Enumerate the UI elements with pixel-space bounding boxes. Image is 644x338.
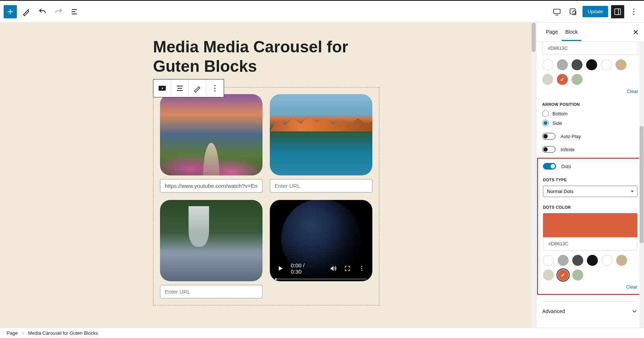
color-swatch[interactable] <box>616 255 627 266</box>
more-options-button[interactable] <box>627 5 640 18</box>
volume-icon[interactable] <box>329 264 337 272</box>
svg-rect-0 <box>554 9 560 14</box>
breadcrumb-item[interactable]: Media Carousel for Guten Blocks <box>28 330 98 336</box>
arrow-color-swatches <box>542 59 638 85</box>
dots-type-label: DOTS TYPE <box>543 178 637 182</box>
block-toolbar <box>153 79 224 97</box>
dots-toggle[interactable]: Dots <box>543 163 637 170</box>
video-progress[interactable] <box>275 278 367 280</box>
canvas-scrollbar[interactable] <box>531 23 536 328</box>
svg-point-10 <box>361 266 362 267</box>
color-swatch[interactable] <box>572 255 583 266</box>
dots-type-select[interactable]: Normal Dots <box>543 186 637 197</box>
document-overview-button[interactable] <box>68 5 81 18</box>
media-thumbnail[interactable] <box>160 200 263 281</box>
color-swatch[interactable] <box>572 74 582 85</box>
arrow-position-bottom-radio[interactable]: Bottom <box>542 110 638 117</box>
undo-button[interactable] <box>36 5 49 18</box>
svg-rect-1 <box>570 9 575 14</box>
color-swatch[interactable] <box>586 59 597 70</box>
editor-canvas: Media Media Carousel for Guten Blocks <box>0 23 536 328</box>
media-thumbnail[interactable] <box>270 94 372 175</box>
dots-color-hex-input[interactable] <box>543 237 637 250</box>
dots-settings-highlight: Dots DOTS TYPE Normal Dots DOTS COLOR <box>537 158 643 295</box>
media-url-input[interactable] <box>270 179 372 193</box>
color-swatch[interactable] <box>602 255 613 266</box>
tab-block[interactable]: Block <box>562 23 581 41</box>
play-icon[interactable] <box>276 264 284 272</box>
breadcrumb: Page › Media Carousel for Guten Blocks <box>0 328 644 338</box>
color-swatch[interactable] <box>572 270 583 281</box>
align-button[interactable] <box>171 79 189 97</box>
preview-button[interactable] <box>566 5 580 18</box>
color-swatch[interactable] <box>542 59 553 70</box>
video-time: 0:00 / 0:30 <box>291 262 316 275</box>
settings-sidebar: Page Block ✕ Clear ARROW PO <box>536 23 644 328</box>
clear-arrow-color-link[interactable]: Clear <box>542 89 638 94</box>
view-button[interactable] <box>550 5 563 18</box>
media-carousel-block[interactable]: 0:00 / 0:30 <box>153 87 379 305</box>
fullscreen-icon[interactable] <box>343 264 351 272</box>
media-url-input[interactable] <box>160 179 263 193</box>
svg-rect-2 <box>615 9 621 15</box>
svg-point-5 <box>633 14 634 15</box>
dots-color-label: DOTS COLOR <box>543 205 637 209</box>
media-url-input[interactable] <box>160 285 263 298</box>
arrow-position-side-radio[interactable]: Side <box>542 120 638 126</box>
svg-point-7 <box>214 85 215 86</box>
svg-point-4 <box>633 11 634 12</box>
color-swatch[interactable] <box>601 59 612 70</box>
media-item <box>270 94 372 193</box>
color-swatch[interactable] <box>557 74 568 85</box>
clear-dots-color-link[interactable]: Clear <box>543 284 637 290</box>
page-title[interactable]: Media Media Carousel for Guten Blocks <box>153 37 351 76</box>
color-swatch[interactable] <box>543 255 554 266</box>
dots-color-swatches <box>543 255 637 281</box>
dots-color-preview[interactable] <box>543 213 637 237</box>
block-more-button[interactable] <box>206 79 224 97</box>
svg-point-8 <box>214 88 215 89</box>
advanced-panel-toggle[interactable]: Advanced <box>542 301 638 321</box>
breadcrumb-separator-icon: › <box>22 330 23 336</box>
video-more-icon[interactable] <box>358 264 366 272</box>
color-swatch[interactable] <box>587 255 598 266</box>
media-item: 0:00 / 0:30 <box>270 200 372 298</box>
chevron-down-icon <box>631 308 638 315</box>
autoplay-toggle[interactable]: Auto Play <box>542 133 638 140</box>
close-sidebar-button[interactable]: ✕ <box>633 28 639 37</box>
edit-button[interactable] <box>189 79 206 97</box>
color-swatch[interactable] <box>542 74 553 85</box>
update-button[interactable]: Update <box>582 6 608 17</box>
tab-page[interactable]: Page <box>542 23 562 41</box>
color-swatch[interactable] <box>558 270 569 281</box>
svg-point-11 <box>361 268 362 269</box>
settings-toggle-button[interactable] <box>611 5 624 18</box>
tools-button[interactable] <box>20 5 33 18</box>
media-video-thumbnail[interactable]: 0:00 / 0:30 <box>270 200 372 281</box>
redo-button[interactable] <box>52 5 65 18</box>
arrow-color-hex-input[interactable] <box>542 42 638 55</box>
media-item <box>160 200 263 298</box>
infinite-toggle[interactable]: Infinite <box>542 146 638 153</box>
color-swatch[interactable] <box>615 59 626 70</box>
add-block-button[interactable] <box>4 5 17 18</box>
svg-point-9 <box>214 90 215 91</box>
breadcrumb-item[interactable]: Page <box>7 330 18 336</box>
svg-point-12 <box>361 270 362 271</box>
color-swatch[interactable] <box>543 270 554 281</box>
color-swatch[interactable] <box>557 59 568 70</box>
svg-point-3 <box>633 8 634 10</box>
media-thumbnail[interactable] <box>160 94 263 175</box>
media-item <box>160 94 263 193</box>
color-swatch[interactable] <box>558 255 569 266</box>
color-swatch[interactable] <box>572 59 582 70</box>
top-toolbar: Update <box>0 1 644 23</box>
block-type-button[interactable] <box>153 79 171 97</box>
arrow-position-label: ARROW POSITION <box>542 102 638 107</box>
sidebar-scrollbar[interactable] <box>639 42 644 328</box>
